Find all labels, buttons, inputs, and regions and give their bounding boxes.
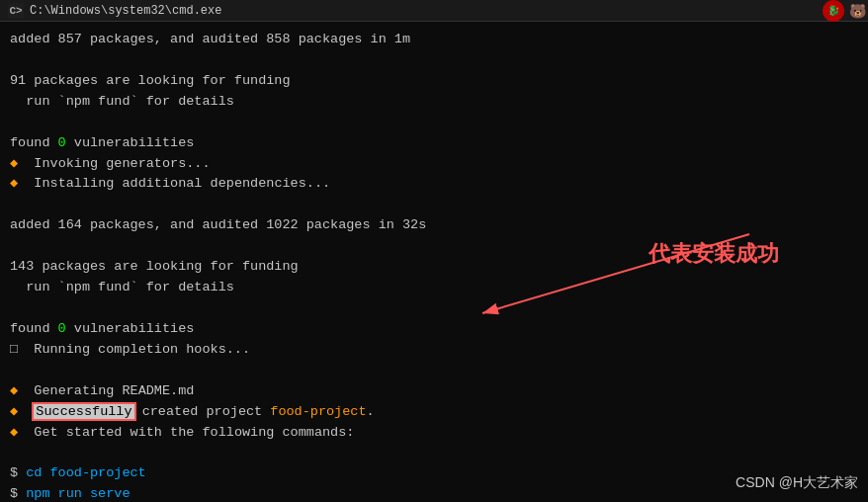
terminal-line: ◆ Get started with the following command… xyxy=(10,423,858,444)
avatar-icon: 🐉 xyxy=(823,0,844,22)
terminal-line xyxy=(10,298,858,319)
terminal-line-cd: $ cd food-project xyxy=(10,463,858,484)
terminal-line xyxy=(10,195,858,215)
terminal-line: found 0 vulnerabilities xyxy=(10,319,858,340)
title-bar: C> C:\Windows\system32\cmd.exe 🐉 🐻 xyxy=(0,0,868,22)
terminal: added 857 packages, and audited 858 pack… xyxy=(0,22,868,502)
terminal-line xyxy=(10,113,858,133)
title-bar-text: C:\Windows\system32\cmd.exe xyxy=(30,4,221,18)
terminal-line: ◆ Invoking generators... xyxy=(10,154,858,175)
terminal-line: added 857 packages, and audited 858 pack… xyxy=(10,30,858,50)
terminal-line: ◆ Generating README.md xyxy=(10,381,858,402)
terminal-line xyxy=(10,443,858,463)
terminal-line-npm: $ npm run serve xyxy=(10,484,858,502)
terminal-line: run `npm fund` for details xyxy=(10,92,858,113)
terminal-line: added 164 packages, and audited 1022 pac… xyxy=(10,215,858,236)
terminal-line xyxy=(10,50,858,71)
terminal-line-success: ◆ Successfully created project food-proj… xyxy=(10,402,858,423)
terminal-line: 91 packages are looking for funding xyxy=(10,71,858,92)
watermark: CSDN @H大艺术家 xyxy=(736,472,858,494)
terminal-line: ◆ Installing additional dependencies... xyxy=(10,174,858,195)
terminal-line: □ Running completion hooks... xyxy=(10,340,858,361)
terminal-line: found 0 vulnerabilities xyxy=(10,133,858,154)
avatar-decoration: 🐻 xyxy=(846,0,868,22)
terminal-line xyxy=(10,361,858,381)
title-bar-icon: C> xyxy=(8,3,24,19)
annotation-text: 代表安装成功 xyxy=(649,237,779,271)
terminal-line: run `npm fund` for details xyxy=(10,278,858,298)
